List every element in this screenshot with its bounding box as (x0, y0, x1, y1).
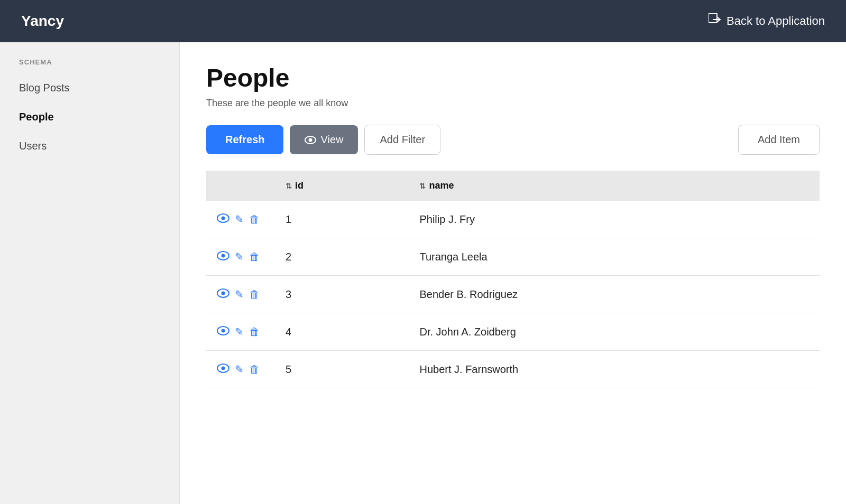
row-actions-cell: ✎ 🗑 (206, 351, 275, 388)
col-header-actions (206, 171, 275, 201)
table-row: ✎ 🗑 5Hubert J. Farnsworth (206, 351, 820, 388)
table-header-row: ⇅id ⇅name (206, 171, 820, 201)
row-id: 2 (275, 238, 409, 276)
svg-point-13 (222, 367, 225, 370)
row-name: Hubert J. Farnsworth (409, 351, 820, 388)
app-layout: SCHEMA Blog Posts People Users People Th… (0, 42, 846, 504)
table-row: ✎ 🗑 2Turanga Leela (206, 238, 820, 276)
sidebar-item-label: Blog Posts (19, 82, 70, 94)
row-actions-cell: ✎ 🗑 (206, 313, 275, 351)
delete-row-icon[interactable]: 🗑 (249, 288, 260, 301)
svg-point-5 (222, 217, 225, 220)
row-name: Turanga Leela (409, 238, 820, 276)
edit-row-icon[interactable]: ✎ (235, 250, 244, 263)
view-row-icon[interactable] (217, 362, 229, 376)
page-title: People (206, 63, 820, 92)
row-actions: ✎ 🗑 (217, 362, 264, 376)
row-id: 1 (275, 201, 409, 238)
table-row: ✎ 🗑 3Bender B. Rodriguez (206, 276, 820, 313)
refresh-button[interactable]: Refresh (206, 125, 283, 154)
add-filter-button[interactable]: Add Filter (364, 125, 440, 155)
sidebar-item-users[interactable]: Users (11, 133, 169, 160)
sidebar-item-blog-posts[interactable]: Blog Posts (11, 74, 169, 101)
sort-name-icon: ⇅ (419, 182, 426, 190)
sidebar: SCHEMA Blog Posts People Users (0, 42, 180, 504)
toolbar: Refresh View Add Filter Add Item (206, 125, 820, 155)
row-actions-cell: ✎ 🗑 (206, 276, 275, 313)
row-actions: ✎ 🗑 (217, 250, 264, 264)
svg-point-3 (309, 138, 312, 142)
app-logo: Yancy (21, 13, 64, 30)
edit-row-icon[interactable]: ✎ (235, 288, 244, 301)
view-row-icon[interactable] (217, 212, 229, 226)
table-body: ✎ 🗑 1Philip J. Fry ✎ 🗑 2Turanga Leela (206, 201, 820, 388)
col-header-id[interactable]: ⇅id (275, 171, 409, 201)
svg-point-11 (222, 329, 225, 333)
sidebar-item-label: People (19, 111, 54, 123)
back-label: Back to Application (727, 14, 825, 28)
delete-row-icon[interactable]: 🗑 (249, 363, 260, 376)
row-actions-cell: ✎ 🗑 (206, 238, 275, 276)
svg-point-7 (222, 254, 225, 258)
view-row-icon[interactable] (217, 325, 229, 339)
table-row: ✎ 🗑 4Dr. John A. Zoidberg (206, 313, 820, 351)
svg-point-9 (222, 292, 225, 295)
table-header: ⇅id ⇅name (206, 171, 820, 201)
edit-row-icon[interactable]: ✎ (235, 363, 244, 376)
row-actions-cell: ✎ 🗑 (206, 201, 275, 238)
view-row-icon[interactable] (217, 250, 229, 264)
page-subtitle: These are the people we all know (206, 98, 820, 109)
delete-row-icon[interactable]: 🗑 (249, 251, 260, 263)
row-id: 3 (275, 276, 409, 313)
edit-row-icon[interactable]: ✎ (235, 325, 244, 338)
app-header: Yancy Back to Application (0, 0, 846, 42)
row-id: 5 (275, 351, 409, 388)
people-table: ⇅id ⇅name ✎ 🗑 1Philip J. (206, 171, 820, 388)
table-row: ✎ 🗑 1Philip J. Fry (206, 201, 820, 238)
sort-id-icon: ⇅ (286, 182, 292, 190)
sidebar-item-label: Users (19, 140, 47, 152)
row-id: 4 (275, 313, 409, 351)
back-icon (709, 13, 721, 29)
row-actions: ✎ 🗑 (217, 287, 264, 301)
eye-icon (305, 136, 316, 144)
main-content: People These are the people we all know … (180, 42, 846, 504)
row-actions: ✎ 🗑 (217, 325, 264, 339)
row-name: Philip J. Fry (409, 201, 820, 238)
row-name: Bender B. Rodriguez (409, 276, 820, 313)
svg-rect-0 (709, 13, 717, 23)
view-button-label: View (320, 134, 343, 146)
delete-row-icon[interactable]: 🗑 (249, 213, 260, 226)
delete-row-icon[interactable]: 🗑 (249, 326, 260, 338)
row-name: Dr. John A. Zoidberg (409, 313, 820, 351)
schema-label: SCHEMA (11, 58, 169, 66)
add-item-button[interactable]: Add Item (738, 125, 820, 155)
back-to-application-button[interactable]: Back to Application (709, 13, 825, 29)
row-actions: ✎ 🗑 (217, 212, 264, 226)
sidebar-item-people[interactable]: People (11, 104, 169, 130)
view-row-icon[interactable] (217, 287, 229, 301)
edit-row-icon[interactable]: ✎ (235, 213, 244, 226)
col-header-name[interactable]: ⇅name (409, 171, 820, 201)
view-button[interactable]: View (290, 125, 358, 154)
